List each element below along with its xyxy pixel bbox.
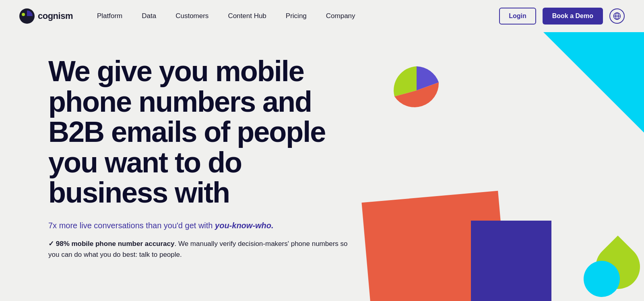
purple-rectangle-shape — [471, 221, 551, 301]
nav-customers[interactable]: Customers — [175, 12, 208, 20]
nav-data[interactable]: Data — [142, 12, 156, 20]
hero-bullet: ✓ 98% mobile phone number accuracy. We m… — [48, 238, 354, 260]
cyan-triangle-shape — [539, 32, 644, 133]
hero-section: We give you mobile phone numbers and B2B… — [0, 32, 644, 301]
login-button[interactable]: Login — [499, 8, 536, 25]
language-button[interactable] — [609, 8, 625, 24]
nav-content-hub[interactable]: Content Hub — [228, 12, 266, 20]
hero-content: We give you mobile phone numbers and B2B… — [48, 56, 354, 260]
globe-icon — [613, 12, 621, 20]
hero-headline: We give you mobile phone numbers and B2B… — [48, 56, 354, 208]
hero-bullet-bold: ✓ 98% mobile phone number accuracy — [48, 240, 174, 248]
cyan-circle-shape — [584, 261, 620, 297]
pie-chart-decoration — [390, 64, 443, 117]
hero-subtext: 7x more live conversations than you'd ge… — [48, 221, 354, 230]
nav-pricing[interactable]: Pricing — [286, 12, 307, 20]
nav-platform[interactable]: Platform — [97, 12, 122, 20]
shapes-container — [342, 32, 644, 301]
hero-subtext-plain: 7x more live conversations than you'd ge… — [48, 221, 215, 230]
svg-point-1 — [22, 13, 25, 16]
navbar: cognism Platform Data Customers Content … — [0, 0, 644, 32]
nav-company[interactable]: Company — [326, 12, 355, 20]
book-demo-button[interactable]: Book a Demo — [543, 8, 603, 25]
logo-icon — [19, 8, 35, 24]
hero-subtext-italic: you-know-who. — [215, 221, 274, 230]
nav-links: Platform Data Customers Content Hub Pric… — [97, 12, 499, 20]
logo-link[interactable]: cognism — [19, 8, 73, 24]
logo-text: cognism — [38, 11, 73, 21]
nav-actions: Login Book a Demo — [499, 8, 625, 25]
